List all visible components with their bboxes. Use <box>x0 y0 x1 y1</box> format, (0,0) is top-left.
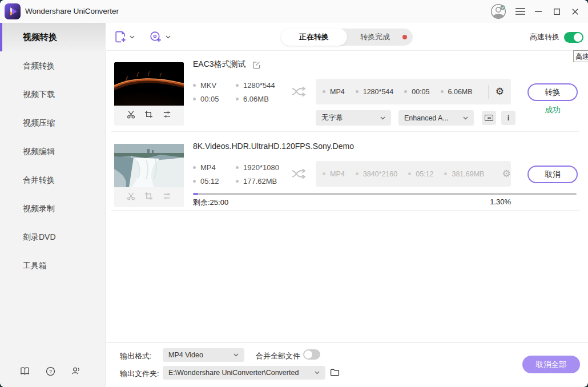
folder-icon <box>330 368 340 377</box>
close-icon <box>572 9 578 15</box>
chevron-down-icon <box>380 116 385 120</box>
sidebar-item-merge-convert[interactable]: 合并转换 <box>0 166 106 194</box>
progress-percent: 1.30% <box>480 197 511 206</box>
progress-bar <box>193 193 577 195</box>
waterfall-video-thumbnail <box>114 144 184 187</box>
titlebar: Wondershare UniConverter <box>0 0 588 23</box>
close-button[interactable] <box>567 3 583 19</box>
task1-thumbnail <box>114 62 184 106</box>
task1-target-resolution: 1280*544 <box>356 88 394 96</box>
cancel-button[interactable]: 取消 <box>527 166 578 183</box>
row-divider <box>111 210 579 211</box>
settings-gear-icon-disabled: ⚙ <box>502 169 510 179</box>
output-folder-label: 输出文件夹: <box>120 369 159 379</box>
app-window: Wondershare UniConverter 视频转换 音频转换 视频下载 <box>0 0 588 387</box>
footer-divider <box>106 342 588 343</box>
row-divider <box>111 131 579 132</box>
task1-source-size: 6.06MB <box>236 95 269 103</box>
sidebar-item-burn-dvd[interactable]: 刻录DVD <box>0 223 106 251</box>
add-dvd-button[interactable] <box>149 30 171 43</box>
tab-finished[interactable]: 转换完成 <box>349 29 401 46</box>
fit-icon: >< <box>485 115 493 121</box>
sidebar-item-screen-record[interactable]: 视频录制 <box>0 194 106 223</box>
highspeed-toggle[interactable] <box>564 32 583 43</box>
chevron-down-icon <box>166 35 171 39</box>
chevron-down-icon <box>315 371 320 374</box>
contact-button[interactable] <box>70 365 81 377</box>
toolbar-divider <box>106 50 588 51</box>
merge-all-label: 合并全部文件 <box>256 351 300 361</box>
crop-icon[interactable] <box>144 110 153 121</box>
task1-target-duration: 00:05 <box>404 88 429 96</box>
app-logo-icon <box>5 3 21 19</box>
effect-sliders-icon[interactable] <box>163 110 171 121</box>
avatar-icon <box>490 3 506 19</box>
sidebar-item-video-convert[interactable]: 视频转换 <box>0 23 106 51</box>
remaining-time: 剩余:25:00 <box>193 197 228 208</box>
task2-thumbnail <box>114 144 184 187</box>
convert-button[interactable]: 转换 <box>527 83 578 101</box>
task2-source-format: MP4 <box>193 163 216 172</box>
cancel-all-button[interactable]: 取消全部 <box>522 356 580 373</box>
settings-gear-icon[interactable]: ⚙ <box>496 87 504 96</box>
sidebar-item-video-edit[interactable]: 视频编辑 <box>0 137 106 166</box>
book-icon <box>20 366 30 376</box>
info-button[interactable]: i <box>501 111 515 125</box>
task1-tools <box>114 106 184 126</box>
info-icon: i <box>508 114 510 122</box>
subtitle-select[interactable]: 无字幕 <box>316 110 391 126</box>
rename-icon[interactable] <box>252 61 261 71</box>
fit-button[interactable]: >< <box>482 111 496 125</box>
solar-video-thumbnail <box>114 62 184 106</box>
add-files-button[interactable] <box>114 30 135 43</box>
people-icon <box>71 366 80 376</box>
toggle-knob <box>574 33 582 42</box>
task1-title: EAC3格式测试 <box>193 59 246 70</box>
task2-target-size: 381.69MB <box>444 170 484 178</box>
task2-source-duration: 05:12 <box>193 177 219 186</box>
task1-source-duration: 00:05 <box>193 95 219 103</box>
chevron-down-icon <box>463 116 468 120</box>
guide-button[interactable] <box>19 365 30 377</box>
output-format-label: 输出格式: <box>120 351 152 361</box>
help-button[interactable]: ? <box>45 365 56 377</box>
sidebar-item-video-compress[interactable]: 视频压缩 <box>0 108 106 137</box>
output-folder-select[interactable]: E:\Wondershare UniConverter\Converted <box>163 366 325 380</box>
merge-all-toggle[interactable] <box>303 349 320 360</box>
task1-target-size: 6.06MB <box>441 88 473 96</box>
task1-source-format: MKV <box>193 81 216 90</box>
sidebar-item-toolbox[interactable]: 工具箱 <box>0 251 106 280</box>
add-file-icon <box>114 30 127 43</box>
task2-source-size: 177.62MB <box>236 177 277 186</box>
hamburger-icon <box>515 8 525 15</box>
effect-sliders-icon-disabled <box>163 192 171 203</box>
maximize-button[interactable] <box>549 3 565 19</box>
trim-icon[interactable] <box>127 110 135 121</box>
task2-target-duration: 05:12 <box>408 170 433 178</box>
task1-source-resolution: 1280*544 <box>236 81 275 90</box>
task1-output-settings: MP4 1280*544 00:05 6.06MB ⚙ <box>316 79 511 104</box>
account-avatar[interactable] <box>490 3 506 19</box>
output-format-select[interactable]: MP4 Video <box>163 348 244 362</box>
highspeed-label: 高速转换 <box>530 30 562 45</box>
minimize-button[interactable] <box>530 3 546 19</box>
menu-button[interactable] <box>512 3 528 19</box>
tab-converting[interactable]: 正在转换 <box>281 29 347 46</box>
progress-fill <box>193 193 198 195</box>
sidebar-item-video-download[interactable]: 视频下载 <box>0 80 106 108</box>
highspeed-tooltip: 高速 <box>573 50 588 62</box>
task1-target-format: MP4 <box>323 88 345 96</box>
toggle-knob <box>304 350 312 358</box>
notification-dot <box>402 35 407 39</box>
sidebar-item-audio-convert[interactable]: 音频转换 <box>0 51 106 80</box>
app-title: Wondershare UniConverter <box>25 0 119 23</box>
question-icon: ? <box>46 366 55 376</box>
task2-target-format: MP4 <box>323 170 345 178</box>
shuffle-arrow-icon <box>291 168 307 182</box>
open-folder-button[interactable] <box>330 368 340 379</box>
audio-select[interactable]: Enhanced A... <box>398 110 474 126</box>
task2-title: 8K.Videos.HDR.UltraHD.120FPS.Sony.Demo <box>193 142 354 151</box>
sidebar: 视频转换 音频转换 视频下载 视频压缩 视频编辑 合并转换 视频录制 刻录DVD… <box>0 23 106 387</box>
task2-target-resolution: 3840*2160 <box>356 170 397 178</box>
chevron-down-icon <box>130 35 135 39</box>
